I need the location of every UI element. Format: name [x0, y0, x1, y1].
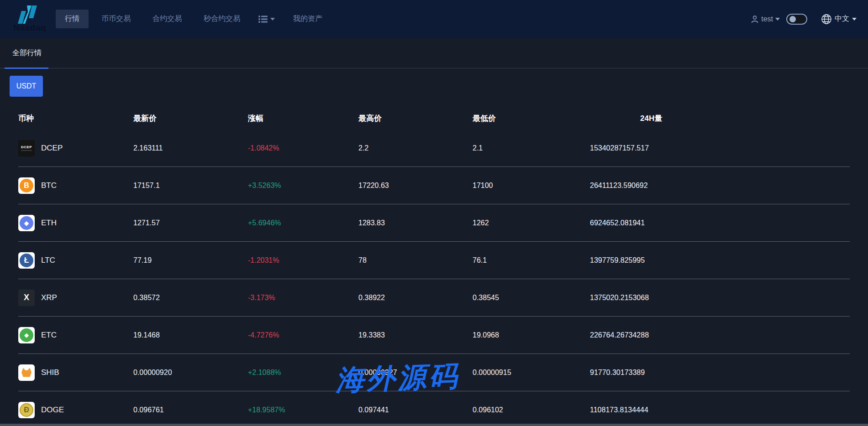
change-percent: +5.6946% — [248, 219, 358, 227]
high-price: 78 — [358, 256, 473, 265]
chevron-down-icon — [270, 18, 275, 21]
nav-item-market[interactable]: 行情 — [56, 10, 89, 28]
change-percent: -3.173% — [248, 294, 358, 302]
low-price: 0.096102 — [473, 406, 590, 414]
brand-name: Nasdaq — [13, 23, 46, 33]
coin-cell: Ð DOGE — [18, 402, 133, 418]
low-price: 0.38545 — [473, 294, 590, 302]
brand-logo[interactable]: Nasdaq — [9, 5, 50, 33]
last-price: 17157.1 — [133, 182, 248, 190]
coin-symbol: XRP — [41, 293, 57, 302]
coin-cell: Ł LTC — [18, 252, 133, 269]
coin-symbol: BTC — [41, 181, 57, 190]
volume-24h: 91770.30173389 — [590, 369, 850, 377]
col-header-change: 涨幅 — [248, 113, 358, 124]
col-header-high: 最高价 — [358, 113, 473, 124]
coin-glyph: Ð — [20, 403, 33, 417]
coin-glyph: Ł — [20, 254, 33, 267]
market-tabbar: 全部行情 — [0, 38, 868, 68]
low-price: 17100 — [473, 182, 590, 190]
language-label: 中文 — [835, 14, 849, 24]
coin-icon: X — [18, 290, 35, 306]
coin-glyph: X — [20, 291, 33, 305]
nav-item-second-contract[interactable]: 秒合约交易 — [195, 10, 249, 28]
language-selector[interactable]: 中文 — [821, 14, 857, 25]
theme-toggle[interactable] — [786, 14, 807, 25]
coin-symbol: LTC — [41, 256, 55, 265]
table-header-row: 币种 最新价 涨幅 最高价 最低价 24H量 — [18, 107, 850, 130]
usdt-filter-button[interactable]: USDT — [10, 76, 43, 97]
table-row[interactable]: ◆ ETH 1271.57 +5.6946% 1283.83 1262 6924… — [18, 204, 850, 242]
nav-item-my-assets[interactable]: 我的资产 — [284, 10, 331, 28]
change-percent: -1.2031% — [248, 256, 358, 265]
low-price: 76.1 — [473, 256, 590, 265]
last-price: 0.38572 — [133, 294, 248, 302]
table-row[interactable]: ◆ ETC 19.1468 -4.7276% 19.3383 19.0968 2… — [18, 317, 850, 354]
change-percent: -1.0842% — [248, 144, 358, 152]
low-price: 19.0968 — [473, 331, 590, 339]
table-row[interactable]: B BTC 17157.1 +3.5263% 17220.63 17100 26… — [18, 167, 850, 204]
coin-cell: B BTC — [18, 177, 133, 194]
last-price: 1271.57 — [133, 219, 248, 227]
volume-24h: 15340287157.517 — [590, 144, 850, 152]
coin-cell: SHIB — [18, 364, 133, 381]
market-table-body: DCEP DCEP 2.163111 -1.0842% 2.2 2.1 1534… — [18, 130, 850, 426]
high-price: 0.00000927 — [358, 369, 473, 377]
col-header-low: 最低价 — [473, 113, 590, 124]
last-price: 0.00000920 — [133, 369, 248, 377]
coin-icon: B — [18, 177, 35, 194]
main-nav: 行情 币币交易 合约交易 秒合约交易 我的资产 — [56, 10, 331, 28]
volume-24h: 26411123.590692 — [590, 182, 850, 190]
chevron-down-icon — [775, 18, 780, 21]
volume-24h: 226764.26734288 — [590, 331, 850, 339]
low-price: 1262 — [473, 219, 590, 227]
high-price: 1283.83 — [358, 219, 473, 227]
nav-item-contract-trade[interactable]: 合约交易 — [143, 10, 191, 28]
coin-cell: ◆ ETH — [18, 215, 133, 231]
change-percent: +3.5263% — [248, 182, 358, 190]
chevron-down-icon — [852, 18, 857, 21]
market-table: 币种 最新价 涨幅 最高价 最低价 24H量 DCEP DCEP 2.16311… — [0, 107, 868, 426]
last-price: 0.096761 — [133, 406, 248, 414]
bottom-divider — [0, 424, 868, 426]
coin-icon: Ł — [18, 252, 35, 269]
volume-24h: 6924652.081941 — [590, 219, 850, 227]
nasdaq-n-icon — [18, 5, 42, 24]
coin-cell: X XRP — [18, 290, 133, 306]
coin-symbol: SHIB — [41, 368, 59, 377]
volume-24h: 1375020.2153068 — [590, 294, 850, 302]
nav-item-spot-trade[interactable]: 币币交易 — [92, 10, 140, 28]
coin-glyph: ◆ — [20, 216, 33, 230]
coin-symbol: DCEP — [41, 144, 63, 153]
shiba-face-shape — [21, 368, 32, 377]
low-price: 2.1 — [473, 144, 590, 152]
table-row[interactable]: DCEP DCEP 2.163111 -1.0842% 2.2 2.1 1534… — [18, 130, 850, 167]
quote-filter-row: USDT — [0, 68, 868, 97]
last-price: 2.163111 — [133, 144, 248, 152]
tab-all-markets[interactable]: 全部行情 — [0, 48, 54, 58]
coin-glyph: DCEP — [21, 145, 32, 151]
coin-cell: DCEP DCEP — [18, 140, 133, 156]
coin-symbol: ETC — [41, 331, 57, 340]
coin-symbol: DOGE — [41, 405, 64, 415]
volume-24h: 1397759.825995 — [590, 256, 850, 265]
table-row[interactable]: Ð DOGE 0.096761 +18.9587% 0.097441 0.096… — [18, 391, 850, 426]
username: test — [761, 15, 773, 23]
toggle-knob — [789, 16, 796, 22]
last-price: 19.1468 — [133, 331, 248, 339]
coin-glyph — [20, 366, 33, 379]
table-row[interactable]: Ł LTC 77.19 -1.2031% 78 76.1 1397759.825… — [18, 242, 850, 279]
list-icon — [258, 16, 268, 23]
high-price: 0.097441 — [358, 406, 473, 414]
low-price: 0.00000915 — [473, 369, 590, 377]
high-price: 0.38922 — [358, 294, 473, 302]
high-price: 2.2 — [358, 144, 473, 152]
table-row[interactable]: X XRP 0.38572 -3.173% 0.38922 0.38545 13… — [18, 279, 850, 317]
nav-more-dropdown[interactable] — [253, 11, 280, 27]
coin-glyph: B — [20, 179, 33, 192]
coin-icon: DCEP — [18, 140, 35, 156]
table-row[interactable]: SHIB 0.00000920 +2.1088% 0.00000927 0.00… — [18, 354, 850, 391]
col-header-last-price: 最新价 — [133, 113, 248, 124]
user-menu[interactable]: test — [751, 15, 780, 23]
coin-symbol: ETH — [41, 218, 57, 228]
